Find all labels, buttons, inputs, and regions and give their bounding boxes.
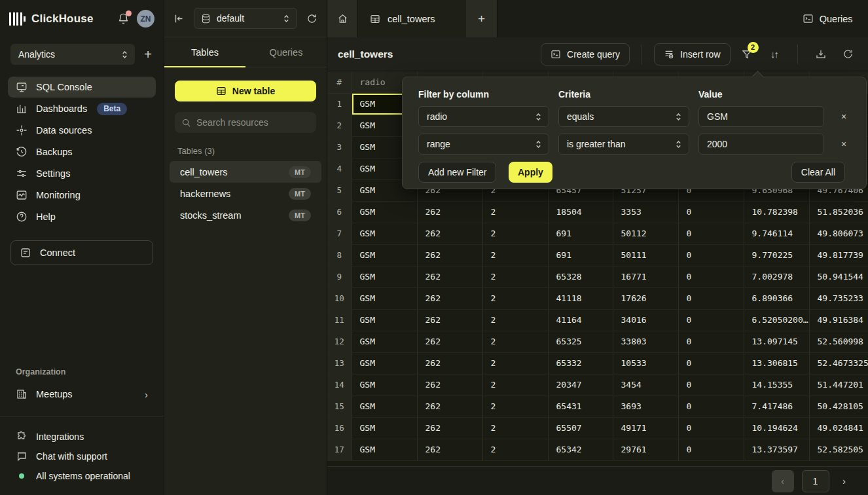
row-number[interactable]: 11 <box>327 309 352 331</box>
cell[interactable]: 18504 <box>548 201 613 223</box>
cell[interactable]: 49.806073 <box>809 223 868 244</box>
cell[interactable]: 262 <box>417 287 482 309</box>
avatar[interactable]: ZN <box>137 10 154 28</box>
cell[interactable]: 2 <box>482 352 548 374</box>
cell[interactable]: 10.782398 <box>744 201 809 223</box>
cell[interactable]: 7.417486 <box>744 395 809 417</box>
cell[interactable]: 2 <box>482 266 548 287</box>
database-selector[interactable]: default <box>194 8 297 29</box>
row-number[interactable]: 9 <box>327 266 352 287</box>
cell[interactable]: 49.735233 <box>809 287 868 309</box>
row-number[interactable]: 12 <box>327 331 352 352</box>
cell[interactable]: 41164 <box>548 309 613 331</box>
cell[interactable]: 691 <box>548 244 613 266</box>
tab-queries[interactable]: Queries <box>245 37 327 67</box>
cell[interactable]: 65328 <box>548 266 613 287</box>
cell[interactable]: 0 <box>678 374 744 395</box>
cell[interactable]: GSM <box>352 439 417 460</box>
sidebar-item-dashboards[interactable]: Dashboards Beta <box>8 98 156 119</box>
row-number[interactable]: 7 <box>327 223 352 244</box>
filter-criteria-select[interactable]: equals <box>558 106 689 127</box>
cell[interactable]: 51.852036 <box>809 201 868 223</box>
cell[interactable]: 49.916384 <box>809 309 868 331</box>
sidebar-item-chat-support[interactable]: Chat with support <box>0 447 164 466</box>
cell[interactable]: 2 <box>482 309 548 331</box>
row-number[interactable]: 3 <box>327 136 352 158</box>
cell[interactable]: 52.582505 <box>809 439 868 460</box>
cell[interactable]: 0 <box>678 395 744 417</box>
row-number[interactable]: 6 <box>327 201 352 223</box>
cell[interactable]: 0 <box>678 201 744 223</box>
cell[interactable]: GSM <box>352 417 417 439</box>
cell[interactable]: 65431 <box>548 395 613 417</box>
cell[interactable]: 50.941544 <box>809 266 868 287</box>
cell[interactable]: 262 <box>417 331 482 352</box>
previous-page-button[interactable]: ‹ <box>772 470 794 492</box>
cell[interactable]: 65342 <box>548 439 613 460</box>
cell[interactable]: 2 <box>482 439 548 460</box>
cell[interactable]: 16771 <box>613 266 678 287</box>
cell[interactable]: GSM <box>352 201 417 223</box>
row-number[interactable]: 13 <box>327 352 352 374</box>
cell[interactable]: 2 <box>482 287 548 309</box>
cell[interactable]: 9.746114 <box>744 223 809 244</box>
add-filter-button[interactable]: Add new Filter <box>418 162 496 183</box>
filter-value-field[interactable] <box>698 106 824 127</box>
filter-criteria-select[interactable]: is greater than <box>558 134 689 155</box>
cell[interactable]: 691 <box>548 223 613 244</box>
cell[interactable]: 65325 <box>548 331 613 352</box>
cell[interactable]: 33803 <box>613 331 678 352</box>
cell[interactable]: GSM <box>352 395 417 417</box>
download-button[interactable] <box>810 43 832 65</box>
row-number[interactable]: 16 <box>327 417 352 439</box>
page-number[interactable]: 1 <box>802 470 829 492</box>
cell[interactable]: 262 <box>417 439 482 460</box>
row-number[interactable]: 10 <box>327 287 352 309</box>
cell[interactable]: GSM <box>352 309 417 331</box>
clear-all-button[interactable]: Clear All <box>791 162 845 183</box>
remove-filter-button[interactable]: × <box>837 138 850 151</box>
new-tab-button[interactable]: + <box>466 0 497 37</box>
new-table-button[interactable]: New table <box>175 81 316 101</box>
cell[interactable]: 52.560998 <box>809 331 868 352</box>
cell[interactable]: 3353 <box>613 201 678 223</box>
row-number[interactable]: 4 <box>327 158 352 179</box>
cell[interactable]: GSM <box>352 287 417 309</box>
cell[interactable]: GSM <box>352 244 417 266</box>
cell[interactable]: 262 <box>417 309 482 331</box>
cell[interactable]: 20347 <box>548 374 613 395</box>
notifications-button[interactable] <box>117 12 130 26</box>
cell[interactable]: 0 <box>678 223 744 244</box>
cell[interactable]: 2 <box>482 395 548 417</box>
cell[interactable]: 10.194624 <box>744 417 809 439</box>
sidebar-item-help[interactable]: Help <box>8 206 156 227</box>
cell[interactable]: 65507 <box>548 417 613 439</box>
cell[interactable]: 3693 <box>613 395 678 417</box>
connect-button[interactable]: Connect <box>10 240 153 265</box>
cell[interactable]: 10533 <box>613 352 678 374</box>
cell[interactable]: 2 <box>482 374 548 395</box>
tab-tables[interactable]: Tables <box>164 37 245 67</box>
search-box[interactable] <box>175 112 316 133</box>
filter-value-field[interactable] <box>698 134 824 155</box>
insert-row-button[interactable]: Insert row <box>654 43 730 65</box>
cell[interactable]: 262 <box>417 395 482 417</box>
cell[interactable]: 50111 <box>613 244 678 266</box>
cell[interactable]: 49.817739 <box>809 244 868 266</box>
cell[interactable]: 6.52050200… <box>744 309 809 331</box>
cell[interactable]: 0 <box>678 287 744 309</box>
system-status[interactable]: All systems operational <box>0 466 164 486</box>
row-number[interactable]: 1 <box>327 93 352 115</box>
row-number[interactable]: 15 <box>327 395 352 417</box>
cell[interactable]: 13.373597 <box>744 439 809 460</box>
row-number[interactable]: 14 <box>327 374 352 395</box>
cell[interactable]: 51.447201 <box>809 374 868 395</box>
row-number[interactable]: 8 <box>327 244 352 266</box>
cell[interactable]: 2 <box>482 331 548 352</box>
cell[interactable]: 0 <box>678 417 744 439</box>
cell[interactable]: 13.306815 <box>744 352 809 374</box>
cell[interactable]: 262 <box>417 417 482 439</box>
filter-column-select[interactable]: radio <box>418 106 549 127</box>
sidebar-item-backups[interactable]: Backups <box>8 141 156 162</box>
cell[interactable]: 14.15355 <box>744 374 809 395</box>
